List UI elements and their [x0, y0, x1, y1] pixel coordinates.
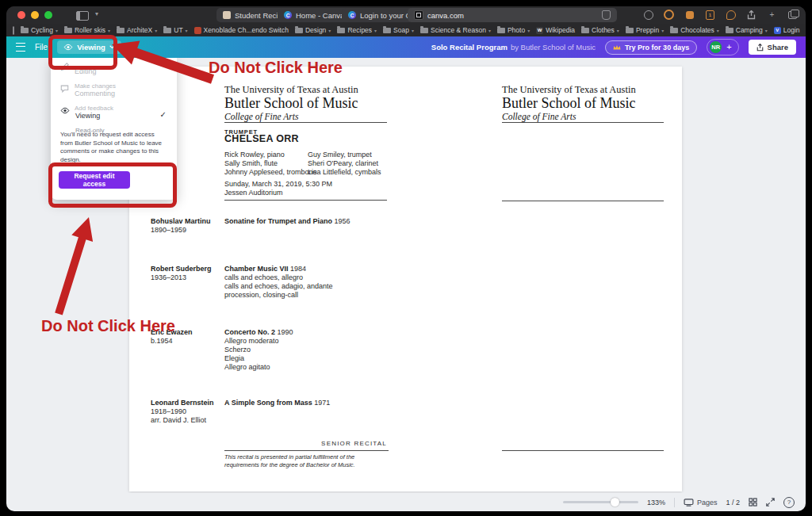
file-menu[interactable]: File	[35, 43, 48, 52]
divider	[224, 200, 387, 201]
personnel-column-left: Rick Rowley, piano Sally Smith, flute Jo…	[224, 151, 317, 177]
institution-header-left: The University of Texas at Austin Butler…	[224, 84, 358, 122]
page-indicator: 1 / 2	[726, 499, 740, 506]
bookmark-folder-clothes[interactable]: Clothes▾	[581, 26, 619, 34]
zoom-slider-knob[interactable]	[611, 498, 619, 506]
document-spread[interactable]: The University of Texas at Austin Butler…	[129, 67, 682, 491]
browser-tab-bar: ▾ Student Recital... C Home - Canva C Lo…	[6, 6, 806, 24]
folder-icon	[581, 28, 589, 33]
institution-line3: College of Fine Arts	[502, 111, 636, 122]
share-icon[interactable]	[746, 10, 756, 20]
piece-block: A Simple Song from Mass 1971	[224, 399, 330, 407]
warning-text-bottom: Do Not Click Here	[41, 317, 175, 335]
folder-icon	[383, 28, 391, 33]
performer-name: CHELSEA ORR	[224, 135, 299, 144]
composer-block: Bohuslav Martinu 1890–1959	[151, 217, 211, 235]
piece-block: Concerto No. 2 1990 Allegro moderato Sch…	[224, 328, 293, 372]
folder-icon	[420, 28, 428, 33]
bookmark-folder-science[interactable]: Science & Reason▾	[420, 26, 491, 34]
share-button[interactable]: Share	[749, 40, 796, 55]
eye-icon	[60, 107, 70, 114]
login-shield-icon: V	[774, 27, 781, 34]
bookmark-folder-ut[interactable]: UT▾	[163, 26, 187, 34]
sidebar-toggle-icon[interactable]	[76, 11, 89, 21]
institution-line1: The University of Texas at Austin	[224, 84, 358, 95]
canva-logo-icon: C	[348, 11, 356, 19]
expand-icon	[766, 498, 775, 506]
help-button[interactable]: ?	[783, 497, 795, 508]
folder-icon	[497, 28, 505, 33]
folder-icon	[21, 28, 29, 33]
history-icon[interactable]	[643, 10, 653, 20]
warning-arrow-top	[105, 38, 224, 90]
zoom-level: 133%	[647, 499, 665, 506]
warning-text-top: Do Not Click Here	[209, 59, 343, 77]
add-member-button[interactable]: +	[726, 43, 731, 52]
bookmark-folder-design[interactable]: Design▾	[295, 26, 331, 34]
bookmark-folder-recipes[interactable]: Recipes▾	[337, 26, 377, 34]
composer-block: Robert Suderberg 1936–2013	[151, 265, 212, 282]
try-pro-button[interactable]: Try Pro for 30 days	[605, 40, 697, 55]
hamburger-menu-icon[interactable]	[16, 43, 25, 52]
game-favicon-icon	[194, 27, 201, 34]
maximize-window-button[interactable]	[44, 11, 52, 19]
bookmark-folder-camping[interactable]: Camping▾	[726, 26, 768, 34]
document-thumbnail-icon	[223, 11, 231, 19]
browser-tab-active[interactable]: canva.com	[408, 8, 617, 22]
browser-tab[interactable]: Student Recital...	[216, 8, 286, 22]
sidebar-chevron-icon[interactable]: ▾	[95, 10, 98, 17]
bookmark-login[interactable]: VLogin	[774, 26, 800, 34]
tab-overview-icon[interactable]	[787, 10, 798, 20]
bookmark-folder-architex[interactable]: ArchiteX▾	[117, 26, 157, 34]
warning-box-request-access	[48, 162, 177, 208]
extension-ring-icon[interactable]	[664, 10, 674, 20]
check-icon: ✓	[160, 110, 167, 119]
new-tab-icon[interactable]: +	[767, 10, 777, 20]
bookmark-folder-cycling[interactable]: Cycling▾	[21, 26, 58, 34]
avatar[interactable]: NR	[710, 41, 722, 53]
favorites-grid-icon[interactable]	[13, 26, 14, 35]
account-group[interactable]: NR +	[707, 39, 738, 55]
design-title[interactable]: Solo Recital Programby Butler School of …	[431, 43, 596, 52]
fullscreen-button[interactable]	[766, 498, 775, 506]
password-manager-icon[interactable]: 1	[705, 10, 715, 20]
share-upload-icon	[756, 44, 764, 52]
folder-icon	[163, 28, 171, 33]
bookmark-folder-photo[interactable]: Photo▾	[497, 26, 530, 34]
bookmark-folder-soap[interactable]: Soap▾	[383, 26, 414, 34]
piece-block: Sonatine for Trumpet and Piano 1956	[224, 217, 350, 226]
address-url: canva.com	[427, 11, 464, 20]
bookmark-xenoblade[interactable]: Xenoblade Ch...endo Switch	[194, 26, 289, 34]
comment-bubble-icon	[60, 85, 69, 93]
bookmark-wikipedia[interactable]: WWikipedia	[536, 26, 575, 34]
folder-icon	[295, 28, 303, 33]
bookmark-folder-roller-skis[interactable]: Roller skis▾	[64, 26, 110, 34]
pages-button[interactable]: Pages	[684, 499, 718, 506]
canvas-workspace: The University of Texas at Austin Butler…	[6, 58, 806, 493]
warning-arrow-bottom	[48, 212, 103, 319]
bookmark-folder-chocolates[interactable]: Chocolates▾	[670, 26, 719, 34]
privacy-extension-icon[interactable]	[684, 10, 695, 20]
privacy-report-icon[interactable]	[602, 10, 611, 20]
folder-icon	[726, 28, 733, 33]
folder-icon	[670, 28, 678, 33]
site-favicon-icon	[414, 10, 423, 20]
grid-view-button[interactable]	[749, 498, 757, 506]
zoom-slider[interactable]	[563, 501, 638, 503]
window-controls	[17, 11, 52, 19]
degree-footnote: This recital is presented in partial ful…	[224, 453, 391, 469]
folder-icon	[64, 28, 72, 33]
edit-access-note: You'll need to request edit access from …	[60, 131, 168, 164]
divider	[674, 498, 675, 507]
close-window-button[interactable]	[17, 11, 25, 19]
bookmark-folder-preppin[interactable]: Preppin▾	[626, 26, 664, 34]
composer-block: Leonard Bernstein 1918–1990 arr. David J…	[151, 399, 214, 425]
browser-tab[interactable]: C Login to your Ca...	[342, 8, 416, 22]
tab-label: Home - Canva	[296, 11, 344, 20]
browser-tab[interactable]: C Home - Canva	[278, 8, 350, 22]
folder-icon	[337, 28, 345, 33]
crown-icon	[613, 44, 621, 51]
extension-icon[interactable]	[726, 10, 736, 20]
event-datetime: Sunday, March 31, 2019, 5:30 PM Jessen A…	[224, 180, 332, 197]
minimize-window-button[interactable]	[31, 11, 39, 19]
